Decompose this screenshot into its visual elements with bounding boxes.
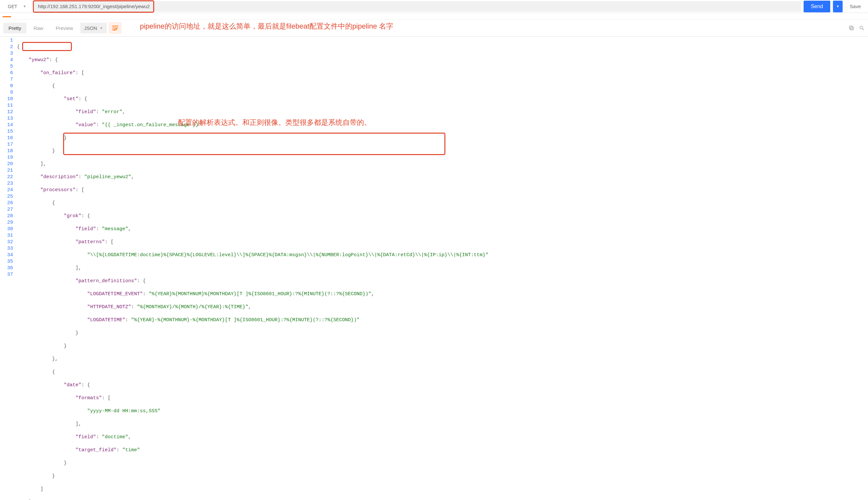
send-button[interactable]: Send — [804, 1, 830, 12]
tab-strip — [0, 13, 868, 20]
code-content[interactable]: { "yewu2": { "on_failure": [ { "set": { … — [17, 37, 868, 500]
tab-raw[interactable]: Raw — [28, 23, 48, 34]
search-icon[interactable] — [859, 25, 865, 31]
format-label: JSON — [84, 25, 97, 31]
response-body: 1234567891011121314151617181920212223242… — [0, 37, 868, 500]
svg-point-4 — [860, 26, 863, 29]
svg-rect-3 — [849, 26, 853, 29]
format-select[interactable]: JSON ▼ — [80, 23, 107, 34]
annotation-text-top: pipeline的访问地址，就是这么简单，最后就是filebeat配置文件中的p… — [140, 21, 393, 31]
response-toolbar: Pretty Raw Preview JSON ▼ pipeline的访问地址，… — [0, 20, 868, 37]
chevron-down-icon: ▼ — [100, 26, 103, 30]
annotation-text-mid: 配置的解析表达式。和正则很像。类型很多都是系统自带的。 — [178, 120, 371, 126]
save-button[interactable]: Save — [845, 1, 865, 12]
url-wrap — [34, 1, 801, 12]
active-tab-indicator — [3, 16, 11, 17]
method-label: GET — [8, 4, 17, 9]
svg-rect-2 — [850, 27, 853, 30]
svg-line-5 — [863, 29, 864, 30]
send-dropdown-button[interactable]: ▼ — [833, 1, 843, 12]
url-input[interactable] — [34, 1, 801, 12]
method-select[interactable]: GET ▼ — [3, 4, 32, 9]
copy-icon[interactable] — [848, 25, 854, 31]
toolbar-right — [848, 25, 865, 31]
tab-pretty[interactable]: Pretty — [3, 23, 26, 34]
tab-preview[interactable]: Preview — [51, 23, 78, 34]
wrap-lines-button[interactable] — [109, 22, 122, 34]
line-gutter: 1234567891011121314151617181920212223242… — [0, 37, 17, 500]
chevron-down-icon: ▼ — [23, 4, 26, 8]
request-bar: GET ▼ Send ▼ Save — [0, 0, 868, 13]
wrap-icon — [112, 25, 119, 31]
